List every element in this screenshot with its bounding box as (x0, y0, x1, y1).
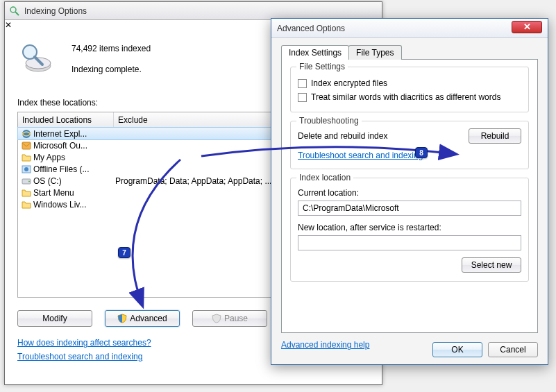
pause-label: Pause (224, 314, 248, 323)
checkbox-diacritics[interactable] (298, 93, 307, 102)
tab-panel-index-settings: File Settings Index encrypted files Trea… (281, 59, 538, 333)
close-button[interactable]: ✕ (512, 21, 542, 33)
troubleshooting-legend: Troubleshooting (296, 116, 362, 126)
row-name: Windows Liv... (33, 200, 114, 210)
pause-button[interactable]: Pause (192, 310, 267, 327)
new-location-field[interactable] (298, 235, 521, 250)
link-affect-searches[interactable]: How does indexing affect searches? (17, 338, 151, 348)
current-location-field[interactable]: C:\ProgramData\Microsoft (298, 201, 521, 216)
row-name: My Apps (33, 153, 114, 162)
svg-point-9 (24, 167, 28, 171)
select-new-button[interactable]: Select new (462, 257, 521, 273)
callout-step-8: 8 (415, 147, 428, 158)
folder-icon (21, 187, 32, 198)
row-exclude: ProgramData; Data; AppData; AppData; ... (114, 176, 271, 186)
svg-point-11 (28, 180, 30, 182)
link-troubleshoot[interactable]: Troubleshoot search and indexing (17, 352, 142, 361)
items-indexed-text: 74,492 items indexed (71, 44, 151, 53)
file-settings-legend: File Settings (296, 62, 348, 71)
index-location-group: Index location Current location: C:\Prog… (290, 178, 529, 282)
indexing-status-text: Indexing complete. (71, 65, 151, 74)
modify-label: Modify (42, 314, 67, 323)
link-advanced-indexing-help[interactable]: Advanced indexing help (281, 340, 369, 350)
label-diacritics: Treat similar words with diacritics as d… (311, 92, 500, 102)
offline-files-icon (21, 164, 32, 175)
indexing-title: Indexing Options (24, 6, 87, 16)
search-options-icon (9, 6, 20, 17)
callout-step-7: 7 (118, 247, 130, 258)
ok-button[interactable]: OK (432, 342, 482, 357)
svg-rect-7 (22, 142, 31, 149)
row-name: OS (C:) (33, 176, 114, 186)
rebuild-label: Delete and rebuild index (298, 131, 462, 141)
row-name: Offline Files (... (33, 164, 114, 174)
folder-icon (21, 152, 32, 163)
svg-line-1 (15, 12, 19, 15)
column-included[interactable]: Included Locations (18, 112, 114, 127)
troubleshooting-group: Troubleshooting Delete and rebuild index… (290, 121, 529, 169)
svg-point-6 (22, 130, 31, 138)
cancel-button[interactable]: Cancel (488, 342, 538, 357)
current-location-label: Current location: (298, 188, 521, 198)
advanced-label: Advanced (130, 314, 167, 323)
link-troubleshoot-search[interactable]: Troubleshoot search and indexing (298, 151, 423, 160)
ie-icon (21, 128, 32, 139)
drive-icon (21, 176, 32, 187)
magnifier-drive-icon (17, 40, 53, 76)
advanced-options-window: Advanced Options ✕ Index Settings File T… (271, 18, 548, 365)
tab-file-types[interactable]: File Types (348, 45, 401, 60)
uac-shield-icon (212, 314, 221, 323)
uac-shield-icon (117, 314, 127, 323)
advanced-button[interactable]: Advanced (105, 310, 180, 327)
label-index-encrypted: Index encrypted files (311, 78, 387, 88)
rebuild-button[interactable]: Rebuild (469, 128, 521, 144)
advanced-titlebar[interactable]: Advanced Options ✕ (271, 19, 548, 38)
svg-point-0 (10, 7, 16, 12)
advanced-title: Advanced Options (277, 24, 345, 33)
outlook-icon (21, 140, 32, 151)
row-name: Microsoft Ou... (33, 141, 114, 151)
row-name: Start Menu (33, 188, 114, 198)
folder-icon (21, 199, 32, 210)
file-settings-group: File Settings Index encrypted files Trea… (290, 67, 529, 112)
new-location-label: New location, after service is restarted… (298, 223, 521, 232)
index-location-legend: Index location (296, 173, 353, 182)
row-name: Internet Expl... (33, 129, 114, 139)
tab-strip: Index Settings File Types (281, 45, 538, 60)
modify-button[interactable]: Modify (17, 310, 92, 327)
checkbox-index-encrypted[interactable] (298, 79, 307, 88)
tab-index-settings[interactable]: Index Settings (281, 45, 349, 60)
